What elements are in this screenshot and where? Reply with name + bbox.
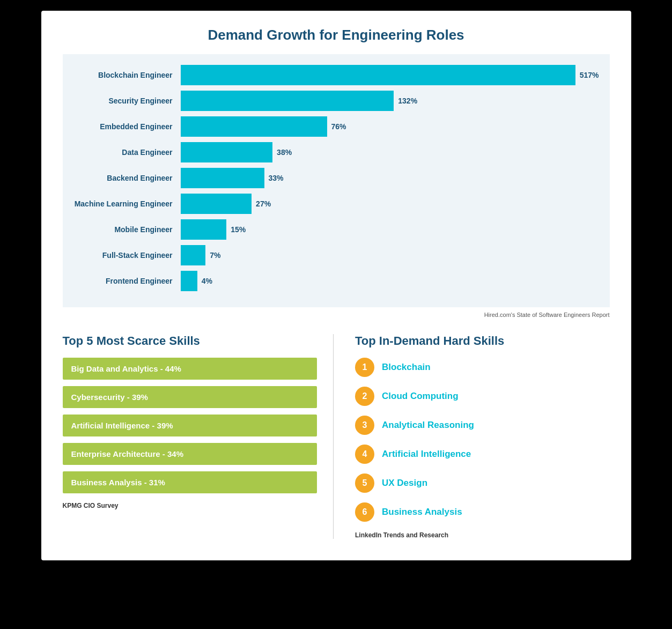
bar-track: 76% xyxy=(181,116,599,137)
bar-fill xyxy=(181,116,327,137)
bar-fill xyxy=(181,245,206,265)
scarce-skill-item: Enterprise Architecture - 34% xyxy=(63,443,317,465)
hard-skill-item: 5UX Design xyxy=(355,473,610,493)
bar-label: Data Engineer xyxy=(63,148,181,157)
bar-track: 4% xyxy=(181,271,599,291)
bar-value: 517% xyxy=(580,71,599,79)
bar-row: Data Engineer38% xyxy=(63,142,599,162)
hard-skill-item: 1Blockchain xyxy=(355,358,610,377)
bottom-section: Top 5 Most Scarce Skills Big Data and An… xyxy=(63,334,610,539)
hard-skills-panel: Top In-Demand Hard Skills 1Blockchain2Cl… xyxy=(334,334,610,539)
bar-row: Full-Stack Engineer7% xyxy=(63,245,599,265)
hard-skill-label: Artificial Intelligence xyxy=(382,449,471,460)
bar-fill xyxy=(181,168,264,188)
hard-skill-item: 2Cloud Computing xyxy=(355,387,610,406)
scarce-skill-item: Big Data and Analytics - 44% xyxy=(63,358,317,380)
bar-value: 27% xyxy=(256,199,271,208)
chart-source: Hired.com's State of Software Engineers … xyxy=(63,312,610,318)
bar-track: 27% xyxy=(181,194,599,214)
bar-value: 76% xyxy=(331,122,346,131)
hard-skill-number: 3 xyxy=(355,416,374,435)
bar-fill xyxy=(181,219,227,240)
bar-label: Frontend Engineer xyxy=(63,277,181,285)
hard-skills-title: Top In-Demand Hard Skills xyxy=(355,334,610,348)
bar-row: Blockchain Engineer517% xyxy=(63,65,599,85)
hard-skill-label: UX Design xyxy=(382,478,427,489)
bar-value: 7% xyxy=(210,251,220,260)
hard-skill-item: 6Business Analysis xyxy=(355,502,610,522)
hard-skill-label: Blockchain xyxy=(382,362,431,373)
scarce-skill-item: Cybersecurity - 39% xyxy=(63,386,317,408)
bar-track: 33% xyxy=(181,168,599,188)
hard-skill-number: 6 xyxy=(355,502,374,522)
hard-skills-source: LinkedIn Trends and Research xyxy=(355,531,610,539)
bar-fill xyxy=(181,91,394,111)
hard-skill-number: 4 xyxy=(355,445,374,464)
scarce-skill-item: Business Analysis - 31% xyxy=(63,471,317,493)
bar-track: 38% xyxy=(181,142,599,162)
bar-track: 132% xyxy=(181,91,599,111)
bar-label: Embedded Engineer xyxy=(63,122,181,131)
hard-skill-item: 4Artificial Intelligence xyxy=(355,445,610,464)
bar-value: 132% xyxy=(398,97,417,105)
bar-row: Backend Engineer33% xyxy=(63,168,599,188)
scarce-skills-panel: Top 5 Most Scarce Skills Big Data and An… xyxy=(63,334,334,539)
scarce-skills-list: Big Data and Analytics - 44%Cybersecurit… xyxy=(63,358,317,493)
bar-chart: Blockchain Engineer517%Security Engineer… xyxy=(63,54,610,307)
bar-row: Frontend Engineer4% xyxy=(63,271,599,291)
bar-fill xyxy=(181,271,197,291)
bar-value: 15% xyxy=(231,225,246,234)
bar-fill xyxy=(181,65,575,85)
chart-title: Demand Growth for Engineering Roles xyxy=(63,27,610,43)
bar-label: Full-Stack Engineer xyxy=(63,251,181,260)
main-card: Demand Growth for Engineering Roles Bloc… xyxy=(41,11,631,560)
hard-skill-number: 5 xyxy=(355,473,374,493)
scarce-skill-item: Artificial Intelligence - 39% xyxy=(63,415,317,436)
hard-skill-number: 2 xyxy=(355,387,374,406)
bar-row: Mobile Engineer15% xyxy=(63,219,599,240)
hard-skill-label: Cloud Computing xyxy=(382,391,459,402)
hard-skill-item: 3Analytical Reasoning xyxy=(355,416,610,435)
bar-label: Blockchain Engineer xyxy=(63,71,181,79)
bar-row: Security Engineer132% xyxy=(63,91,599,111)
bar-label: Security Engineer xyxy=(63,97,181,105)
bar-value: 4% xyxy=(202,277,212,285)
bar-row: Machine Learning Engineer27% xyxy=(63,194,599,214)
bar-fill xyxy=(181,194,252,214)
scarce-skills-title: Top 5 Most Scarce Skills xyxy=(63,334,317,348)
bar-label: Backend Engineer xyxy=(63,174,181,182)
bar-track: 15% xyxy=(181,219,599,240)
hard-skills-list: 1Blockchain2Cloud Computing3Analytical R… xyxy=(355,358,610,522)
bar-track: 7% xyxy=(181,245,599,265)
bar-fill xyxy=(181,142,273,162)
bar-track: 517% xyxy=(181,65,599,85)
hard-skill-label: Business Analysis xyxy=(382,507,462,517)
bar-label: Mobile Engineer xyxy=(63,225,181,234)
bar-row: Embedded Engineer76% xyxy=(63,116,599,137)
scarce-skills-source: KPMG CIO Survey xyxy=(63,502,317,509)
bar-value: 33% xyxy=(269,174,284,182)
bar-value: 38% xyxy=(277,148,292,157)
hard-skill-label: Analytical Reasoning xyxy=(382,420,474,431)
hard-skill-number: 1 xyxy=(355,358,374,377)
bar-label: Machine Learning Engineer xyxy=(63,199,181,208)
